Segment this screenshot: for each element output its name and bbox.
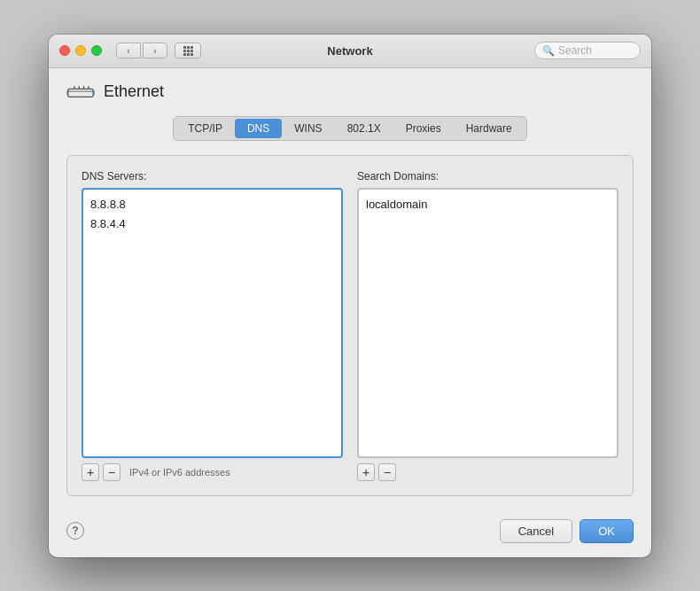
tab-dns[interactable]: DNS [235, 119, 282, 138]
search-box[interactable]: 🔍 Search [534, 42, 641, 59]
minimize-button[interactable] [75, 45, 86, 56]
search-domains-label: Search Domains: [357, 170, 618, 183]
tab-tcpip[interactable]: TCP/IP [175, 119, 235, 138]
remove-search-domain-button[interactable]: − [378, 463, 396, 481]
maximize-button[interactable] [91, 45, 102, 56]
close-button[interactable] [59, 45, 70, 56]
dns-servers-column: DNS Servers: 8.8.8.8 8.8.4.4 + − IPv4 or… [82, 170, 343, 481]
ethernet-icon [66, 82, 95, 102]
dns-settings-panel: DNS Servers: 8.8.8.8 8.8.4.4 + − IPv4 or… [66, 155, 634, 496]
network-window: ‹ › Network 🔍 Search [49, 35, 651, 557]
columns: DNS Servers: 8.8.8.8 8.8.4.4 + − IPv4 or… [82, 170, 618, 481]
tab-hardware[interactable]: Hardware [454, 119, 525, 138]
tab-proxies[interactable]: Proxies [393, 119, 454, 138]
search-domains-column: Search Domains: localdomain + − [357, 170, 618, 481]
dns-servers-label: DNS Servers: [82, 170, 343, 183]
titlebar: ‹ › Network 🔍 Search [49, 35, 651, 68]
list-item: 8.8.4.4 [90, 214, 334, 235]
tabs: TCP/IP DNS WINS 802.1X Proxies Hardware [173, 116, 526, 141]
content-area: Ethernet TCP/IP DNS WINS 802.1X Proxies … [49, 68, 651, 510]
search-placeholder: Search [558, 44, 592, 57]
traffic-lights [59, 45, 102, 56]
grid-icon [183, 46, 193, 56]
dns-servers-list[interactable]: 8.8.8.8 8.8.4.4 [82, 188, 343, 458]
list-item: localdomain [366, 195, 610, 215]
grid-view-button[interactable] [175, 43, 201, 58]
tab-8021x[interactable]: 802.1X [335, 119, 393, 138]
back-button[interactable]: ‹ [116, 43, 141, 58]
list-item: 8.8.8.8 [90, 195, 334, 215]
tabs-container: TCP/IP DNS WINS 802.1X Proxies Hardware [66, 116, 634, 141]
search-icon: 🔍 [542, 45, 555, 57]
svg-rect-0 [68, 89, 93, 97]
forward-button[interactable]: › [143, 43, 167, 58]
remove-dns-server-button[interactable]: − [103, 463, 121, 481]
dns-hint-text: IPv4 or IPv6 addresses [129, 467, 230, 478]
cancel-button[interactable]: Cancel [500, 519, 572, 543]
section-title: Ethernet [104, 82, 164, 101]
tab-wins[interactable]: WINS [282, 119, 334, 138]
search-domains-list[interactable]: localdomain [357, 188, 618, 458]
footer-buttons: Cancel OK [500, 519, 634, 543]
dns-servers-controls: + − IPv4 or IPv6 addresses [82, 463, 343, 481]
nav-buttons: ‹ › [116, 43, 167, 58]
add-search-domain-button[interactable]: + [357, 463, 375, 481]
add-dns-server-button[interactable]: + [82, 463, 99, 481]
window-title: Network [327, 44, 372, 58]
search-domains-controls: + − [357, 463, 618, 481]
section-header: Ethernet [66, 82, 634, 102]
help-button[interactable]: ? [66, 522, 84, 540]
ok-button[interactable]: OK [579, 519, 634, 543]
footer: ? Cancel OK [49, 510, 651, 557]
